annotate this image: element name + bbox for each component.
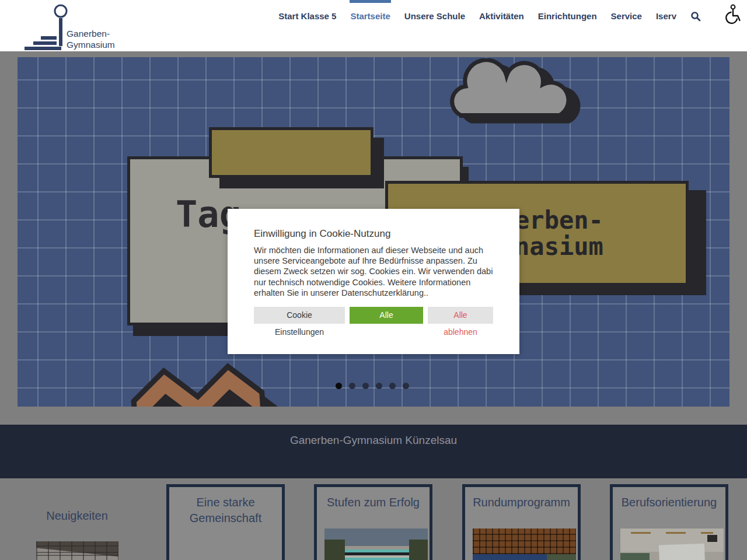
nav-item-einrichtungen[interactable]: Einrichtungen <box>538 9 597 23</box>
school-logo[interactable]: Ganerben- Gymnasium <box>18 2 146 50</box>
nav-item-aktivitaeten[interactable]: Aktivitäten <box>479 9 524 23</box>
decline-all-button[interactable]: Alle ablehnen <box>428 307 493 324</box>
card-rundumprogramm[interactable]: Rundumprogramm <box>462 484 581 560</box>
card-title: Rundumprogramm <box>470 495 573 510</box>
carousel-dot-3[interactable] <box>362 383 369 389</box>
carousel-dot-1[interactable] <box>336 383 342 389</box>
school-name-banner: Ganerben-Gymnasium Künzelsau <box>0 425 747 478</box>
nav-item-iserv[interactable]: Iserv <box>656 9 676 23</box>
card-berufsorientierung[interactable]: Berufsorientierung <box>610 484 728 560</box>
news-photo <box>36 541 118 560</box>
news-section-title[interactable]: Neuigkeiten <box>18 509 137 523</box>
cloud-illustration <box>445 58 591 125</box>
classroom-photo <box>620 528 724 560</box>
page: Ganerben- Gymnasium Start Klasse 5 Start… <box>0 0 747 560</box>
cookie-modal-title: Einwilligung in Cookie-Nutzung <box>254 228 493 240</box>
wheelchair-accessibility-icon[interactable] <box>724 4 741 26</box>
carousel-dot-5[interactable] <box>389 383 396 389</box>
brand-line2: Gymnasium <box>67 39 115 50</box>
accept-all-button[interactable]: Alle akzeptieren <box>350 307 423 324</box>
steps-photo <box>324 528 428 560</box>
cookie-modal-body: Wir möchten die Informationen auf dieser… <box>254 245 493 298</box>
card-eine-starke-gemeinschaft[interactable]: Eine starke Gemeinschaft <box>166 484 285 560</box>
gym-photo <box>473 528 576 560</box>
card-title: Berufsorientierung <box>617 495 721 510</box>
brand-line1: Ganerben- <box>67 28 115 39</box>
search-icon[interactable] <box>690 11 701 22</box>
card-stufen-zum-erfolg[interactable]: Stufen zum Erfolg <box>314 484 432 560</box>
nav-item-service[interactable]: Service <box>611 9 642 23</box>
nav-item-start-klasse-5[interactable]: Start Klasse 5 <box>278 9 336 23</box>
nav-item-startseite[interactable]: Startseite <box>350 9 390 23</box>
banner-title: Ganerben-Gymnasium Künzelsau <box>0 425 747 447</box>
card-title: Eine starke Gemeinschaft <box>174 495 277 526</box>
school-logo-text: Ganerben- Gymnasium <box>67 28 115 50</box>
cookie-consent-modal: Einwilligung in Cookie-Nutzung Wir möcht… <box>228 209 519 354</box>
cookie-modal-actions: Cookie Einstellungen Alle akzeptieren Al… <box>254 307 493 324</box>
olive-sign-small <box>209 127 374 178</box>
cookie-settings-button[interactable]: Cookie Einstellungen <box>254 307 345 324</box>
nav-item-unsere-schule[interactable]: Unsere Schule <box>404 9 465 23</box>
carousel-dot-4[interactable] <box>376 383 382 389</box>
carousel-dot-6[interactable] <box>403 383 409 389</box>
card-title: Stufen zum Erfolg <box>322 495 425 510</box>
carousel-dots <box>336 383 409 389</box>
carousel-dot-2[interactable] <box>349 383 355 389</box>
main-menu: Start Klasse 5 Startseite Unsere Schule … <box>278 9 701 23</box>
top-navigation: Ganerben- Gymnasium Start Klasse 5 Start… <box>0 0 747 51</box>
